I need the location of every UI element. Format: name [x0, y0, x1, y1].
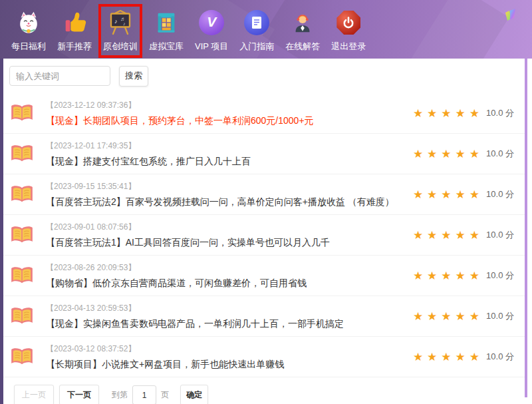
item-score: 10.0 分 — [486, 310, 514, 322]
item-title[interactable]: 【购物省】低价京东自营商品渠道，可闲鱼赚差价，可自用省钱 — [46, 278, 404, 290]
prev-page-button[interactable]: 上一页 — [14, 385, 54, 404]
item-title[interactable]: 【长期项目】小说推文+网盘项目，新手也能快速出单赚钱 — [46, 359, 404, 371]
item-rating: ★★★★★ 10.0 分 — [413, 351, 514, 363]
item-text: 【2023-03-12 08:37:52】 【长期项目】小说推文+网盘项目，新手… — [46, 343, 404, 371]
nav-item-original-training[interactable]: ♪ ♬ ♪ 原创培训 — [98, 4, 142, 58]
item-title[interactable]: 【现金】实操闲鱼售卖数码电器产品，一单利润几十上百，一部手机搞定 — [46, 318, 404, 330]
nav-item-logout[interactable]: 退出登录 — [327, 4, 370, 58]
pagination: 上一页 下一页 到第 页 确定 — [3, 377, 525, 404]
lucky-cat-icon — [15, 9, 43, 36]
item-date: 【2023-09-15 15:35:41】 — [46, 181, 404, 192]
item-rating: ★★★★★ 10.0 分 — [413, 229, 514, 241]
next-page-button[interactable]: 下一页 — [59, 385, 99, 404]
list-item[interactable]: 【2023-12-12 09:37:36】 【现金】长期团队项目，预约茅台，中签… — [3, 93, 525, 134]
blackboard-icon: ♪ ♬ ♪ — [106, 9, 134, 36]
item-score: 10.0 分 — [486, 351, 514, 363]
nav-item-vip-projects[interactable]: V VIP 项目 — [190, 4, 233, 58]
main-nav: 每日福利 新手推荐 ♪ ♬ — [7, 4, 372, 58]
search-bar: 搜索 — [3, 59, 525, 92]
search-button[interactable]: 搜索 — [119, 66, 148, 87]
nav-label: 入门指南 — [239, 41, 274, 53]
item-date: 【2023-12-01 17:49:35】 — [46, 140, 404, 152]
vip-badge-icon: V — [198, 9, 225, 36]
nav-label: 虚拟宝库 — [149, 41, 184, 53]
goto-page-prefix: 到第 — [112, 389, 128, 401]
nav-label: 每日福利 — [11, 41, 46, 53]
search-input[interactable] — [9, 66, 110, 86]
star-rating-icons: ★★★★★ — [413, 311, 483, 322]
item-date: 【2023-09-01 08:07:56】 — [46, 222, 404, 233]
nav-item-virtual-treasury[interactable]: 虚拟宝库 — [144, 4, 188, 58]
svg-text:♪: ♪ — [123, 21, 126, 26]
item-rating: ★★★★★ 10.0 分 — [413, 310, 514, 322]
open-book-icon — [9, 224, 36, 246]
list-item[interactable]: 【2023-09-01 08:07:56】 【百度答主玩法1】AI工具回答百度问… — [3, 215, 525, 256]
nav-label: 原创培训 — [103, 41, 138, 53]
item-rating: ★★★★★ 10.0 分 — [413, 188, 514, 200]
item-score: 10.0 分 — [486, 148, 514, 160]
nav-label: VIP 项目 — [195, 41, 228, 53]
logout-power-icon — [334, 9, 362, 36]
item-text: 【2023-08-26 20:09:53】 【购物省】低价京东自营商品渠道，可闲… — [46, 262, 404, 290]
open-book-icon — [9, 346, 36, 368]
star-rating-icons: ★★★★★ — [413, 148, 483, 160]
item-date: 【2023-12-12 09:37:36】 — [46, 100, 404, 111]
item-title[interactable]: 【百度答主玩法2】百家号发视频挂载问一问，高单价定向问客+播放收益 （有难度） — [46, 196, 404, 208]
item-date: 【2023-03-12 08:37:52】 — [46, 343, 404, 355]
nav-item-daily-bonus[interactable]: 每日福利 — [7, 4, 51, 58]
item-date: 【2023-08-26 20:09:53】 — [46, 262, 404, 274]
item-score: 10.0 分 — [486, 270, 514, 282]
open-book-icon — [9, 102, 36, 124]
confirm-page-button[interactable]: 确定 — [180, 385, 208, 404]
brand-logo-icon — [501, 5, 521, 25]
item-rating: ★★★★★ 10.0 分 — [413, 148, 514, 160]
list-item[interactable]: 【2023-09-15 15:35:41】 【百度答主玩法2】百家号发视频挂载问… — [3, 174, 525, 215]
star-rating-icons: ★★★★★ — [413, 189, 483, 200]
star-rating-icons: ★★★★★ — [413, 230, 483, 241]
item-text: 【2023-12-12 09:37:36】 【现金】长期团队项目，预约茅台，中签… — [46, 100, 404, 127]
list-item[interactable]: 【2023-12-01 17:49:35】 【现金】搭建支付宝红包系统，推广日入… — [3, 134, 525, 174]
star-rating-icons: ★★★★★ — [413, 108, 483, 119]
thumbs-up-icon — [61, 9, 88, 36]
nav-label: 新手推荐 — [57, 41, 92, 53]
nav-item-online-support[interactable]: 在线解答 — [281, 4, 325, 58]
item-title[interactable]: 【现金】长期团队项目，预约茅台，中签一单利润600元/1000+元 — [46, 115, 404, 127]
project-list: 【2023-12-12 09:37:36】 【现金】长期团队项目，预约茅台，中签… — [3, 93, 525, 377]
list-item[interactable]: 【2023-04-13 20:59:53】 【现金】实操闲鱼售卖数码电器产品，一… — [3, 296, 525, 337]
item-text: 【2023-09-01 08:07:56】 【百度答主玩法1】AI工具回答百度问… — [46, 222, 404, 249]
list-item[interactable]: 【2023-08-26 20:09:53】 【购物省】低价京东自营商品渠道，可闲… — [3, 256, 525, 296]
support-agent-icon — [289, 9, 317, 36]
item-rating: ★★★★★ 10.0 分 — [413, 270, 514, 282]
nav-label: 在线解答 — [285, 41, 320, 53]
page-number-input[interactable] — [132, 385, 156, 404]
top-navigation-bar: 每日福利 新手推荐 ♪ ♬ — [0, 0, 532, 59]
open-book-icon — [9, 184, 36, 206]
star-rating-icons: ★★★★★ — [413, 270, 483, 282]
star-rating-icons: ★★★★★ — [413, 351, 483, 363]
nav-label: 退出登录 — [331, 41, 366, 53]
item-text: 【2023-04-13 20:59:53】 【现金】实操闲鱼售卖数码电器产品，一… — [46, 303, 404, 330]
list-item[interactable]: 【2023-03-12 08:37:52】 【长期项目】小说推文+网盘项目，新手… — [3, 337, 525, 377]
item-title[interactable]: 【百度答主玩法1】AI工具回答百度问一问，实操单号也可以月入几千 — [46, 237, 404, 249]
item-rating: ★★★★★ 10.0 分 — [413, 107, 514, 119]
nav-item-beginner-guide[interactable]: 入门指南 — [235, 4, 279, 58]
content-panel: 搜索 【2023-12-12 09:37:36】 【现金】长期团队项目，预约茅台… — [3, 59, 525, 404]
page: 每日福利 新手推荐 ♪ ♬ — [0, 0, 532, 404]
item-score: 10.0 分 — [486, 188, 514, 200]
item-date: 【2023-04-13 20:59:53】 — [46, 303, 404, 314]
item-text: 【2023-12-01 17:49:35】 【现金】搭建支付宝红包系统，推广日入… — [46, 140, 404, 168]
treasure-cabinet-icon — [152, 9, 180, 36]
open-book-icon — [9, 265, 36, 287]
open-book-icon — [9, 143, 36, 165]
page-border-right — [525, 59, 527, 397]
item-score: 10.0 分 — [486, 107, 514, 119]
item-text: 【2023-09-15 15:35:41】 【百度答主玩法2】百家号发视频挂载问… — [46, 181, 404, 208]
open-book-icon — [9, 305, 36, 327]
item-title[interactable]: 【现金】搭建支付宝红包系统，推广日入几十上百 — [46, 156, 404, 168]
svg-text:♪: ♪ — [114, 18, 118, 25]
item-score: 10.0 分 — [486, 229, 514, 241]
guide-document-icon — [243, 9, 271, 36]
nav-item-newbie-picks[interactable]: 新手推荐 — [53, 4, 96, 58]
goto-page-suffix: 页 — [161, 389, 169, 401]
